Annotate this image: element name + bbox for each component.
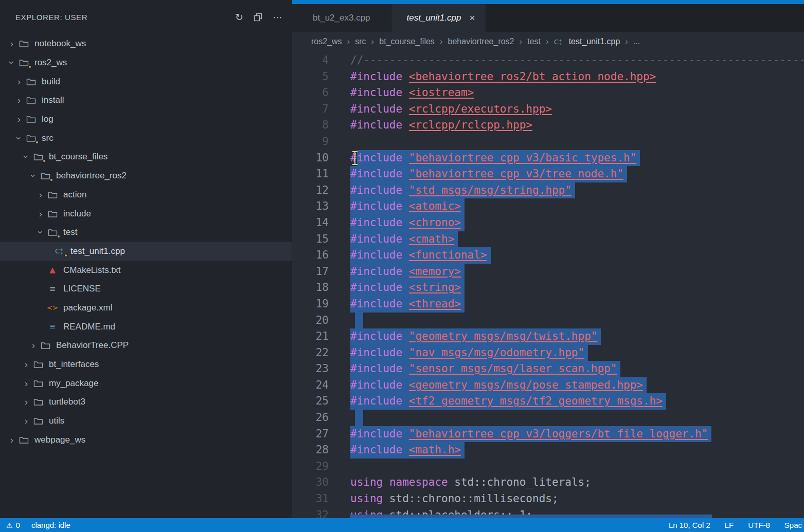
code-line-6[interactable]: 6#include <iostream> bbox=[292, 85, 804, 101]
breadcrumb-item-test[interactable]: test bbox=[527, 37, 541, 46]
cursor-position[interactable]: Ln 10, Col 2 bbox=[669, 521, 710, 529]
line-number[interactable]: 26 bbox=[292, 410, 329, 426]
tree-item-build[interactable]: ›build bbox=[0, 72, 292, 91]
code-line-20[interactable]: 20 bbox=[292, 313, 804, 329]
line-number[interactable]: 11 bbox=[292, 166, 329, 182]
code-line-30[interactable]: 30using namespace std::chrono_literals; bbox=[292, 474, 804, 491]
tree-item-my_package[interactable]: ›my_package bbox=[0, 374, 292, 393]
line-number[interactable]: 20 bbox=[292, 313, 329, 329]
code-line-5[interactable]: 5#include <behaviortree_ros2/bt_action_n… bbox=[292, 69, 804, 85]
line-number[interactable]: 22 bbox=[292, 345, 329, 361]
line-number[interactable]: 5 bbox=[292, 69, 329, 85]
encoding-indicator[interactable]: UTF-8 bbox=[748, 521, 770, 529]
line-number[interactable]: 29 bbox=[292, 458, 329, 475]
code-line-13[interactable]: 13#include <atomic> bbox=[292, 198, 804, 215]
problems-indicator[interactable]: ⚠ 0 bbox=[6, 521, 20, 529]
tree-item-log[interactable]: ›log bbox=[0, 110, 292, 129]
breadcrumb-item-behaviortree_ros2[interactable]: behaviortree_ros2 bbox=[448, 37, 514, 46]
code-line-31[interactable]: 31using std::chrono::milliseconds; bbox=[292, 491, 804, 507]
collapse-folders-icon[interactable] bbox=[254, 13, 262, 22]
tree-item-bt_course_files[interactable]: ›bt_course_files bbox=[0, 148, 292, 167]
tree-item-test_unit1.cpp[interactable]: ›C++test_unit1.cpp bbox=[0, 242, 292, 261]
line-number[interactable]: 15 bbox=[292, 231, 329, 248]
tree-item-README.md[interactable]: ›≡README.md bbox=[0, 317, 292, 336]
tab-bt_u2_ex3.cpp[interactable]: bt_u2_ex3.cpp bbox=[292, 4, 391, 32]
tree-item-CMakeLists.txt[interactable]: ›▲CMakeLists.txt bbox=[0, 261, 292, 280]
line-number[interactable]: 9 bbox=[292, 134, 329, 150]
tree-item-BehaviorTree.CPP[interactable]: ›BehaviorTree.CPP bbox=[0, 336, 292, 355]
line-number[interactable]: 24 bbox=[292, 377, 329, 394]
line-number[interactable]: 19 bbox=[292, 296, 329, 313]
tab-test_unit1.cpp[interactable]: test_unit1.cpp× bbox=[391, 4, 486, 32]
more-actions-icon[interactable]: ⋯ bbox=[273, 11, 282, 23]
code-line-14[interactable]: 14#include <chrono> bbox=[292, 215, 804, 231]
tree-item-src[interactable]: ›src bbox=[0, 129, 292, 148]
code-line-24[interactable]: 24#include <geometry_msgs/msg/pose_stamp… bbox=[292, 377, 804, 394]
tree-item-webpage_ws[interactable]: ›webpage_ws bbox=[0, 430, 292, 449]
line-number[interactable]: 31 bbox=[292, 491, 329, 507]
line-number[interactable]: 17 bbox=[292, 264, 329, 280]
code-editor[interactable]: 4//-------------------------------------… bbox=[292, 51, 804, 518]
breadcrumb-item-ros2_ws[interactable]: ros2_ws bbox=[311, 37, 342, 46]
code-line-8[interactable]: 8#include <rclcpp/rclcpp.hpp> bbox=[292, 117, 804, 134]
line-number[interactable]: 32 bbox=[292, 507, 329, 518]
code-line-27[interactable]: 27#include "behaviortree_cpp_v3/loggers/… bbox=[292, 426, 804, 443]
tree-item-utils[interactable]: ›utils bbox=[0, 412, 292, 431]
tree-item-include[interactable]: ›include bbox=[0, 204, 292, 223]
code-line-7[interactable]: 7#include <rclcpp/executors.hpp> bbox=[292, 101, 804, 118]
code-line-25[interactable]: 25#include <tf2_geometry_msgs/tf2_geomet… bbox=[292, 393, 804, 410]
code-line-9[interactable]: 9 bbox=[292, 134, 804, 150]
line-number[interactable]: 6 bbox=[292, 85, 329, 101]
tree-item-test[interactable]: ›test bbox=[0, 223, 292, 242]
line-number[interactable]: 16 bbox=[292, 247, 329, 264]
code-line-29[interactable]: 29 bbox=[292, 458, 804, 475]
line-number[interactable]: 25 bbox=[292, 393, 329, 410]
line-number[interactable]: 23 bbox=[292, 361, 329, 377]
line-number[interactable]: 21 bbox=[292, 328, 329, 345]
code-line-23[interactable]: 23#include "sensor_msgs/msg/laser_scan.h… bbox=[292, 361, 804, 377]
code-line-11[interactable]: 11#include "behaviortree_cpp_v3/tree_nod… bbox=[292, 166, 804, 182]
line-number[interactable]: 18 bbox=[292, 280, 329, 296]
tree-item-behaviortree_ros2[interactable]: ›behaviortree_ros2 bbox=[0, 167, 292, 186]
close-icon[interactable]: × bbox=[469, 12, 475, 24]
breadcrumb-item-bt_course_files[interactable]: bt_course_files bbox=[379, 37, 435, 46]
code-line-28[interactable]: 28#include <math.h> bbox=[292, 442, 804, 458]
line-number[interactable]: 12 bbox=[292, 182, 329, 199]
line-number[interactable]: 13 bbox=[292, 198, 329, 215]
code-line-18[interactable]: 18#include <string> bbox=[292, 280, 804, 296]
line-text: #include "nav_msgs/msg/odometry.hpp" bbox=[329, 345, 804, 361]
refresh-icon[interactable]: ↻ bbox=[235, 11, 243, 23]
indentation-indicator[interactable]: Spac bbox=[784, 521, 802, 529]
code-line-17[interactable]: 17#include <memory> bbox=[292, 264, 804, 280]
line-number[interactable]: 28 bbox=[292, 442, 329, 458]
code-line-26[interactable]: 26 bbox=[292, 410, 804, 426]
tree-item-install[interactable]: ›install bbox=[0, 91, 292, 110]
clangd-status[interactable]: clangd: idle bbox=[31, 521, 70, 529]
breadcrumb-more[interactable]: ... bbox=[633, 37, 640, 46]
tree-item-turtlebot3[interactable]: ›turtlebot3 bbox=[0, 393, 292, 412]
code-line-15[interactable]: 15#include <cmath> bbox=[292, 231, 804, 248]
breadcrumb-item-src[interactable]: src bbox=[355, 37, 366, 46]
line-number[interactable]: 10 bbox=[292, 150, 329, 167]
line-number[interactable]: 8 bbox=[292, 117, 329, 134]
code-line-12[interactable]: 12#include "std_msgs/msg/string.hpp" bbox=[292, 182, 804, 199]
eol-indicator[interactable]: LF bbox=[725, 521, 734, 529]
line-number[interactable]: 30 bbox=[292, 474, 329, 491]
tree-item-LICENSE[interactable]: ›≡LICENSE bbox=[0, 280, 292, 299]
tree-item-package.xml[interactable]: ›<>package.xml bbox=[0, 299, 292, 318]
code-line-21[interactable]: 21#include "geometry_msgs/msg/twist.hpp" bbox=[292, 328, 804, 345]
tree-item-notebook_ws[interactable]: ›notebook_ws bbox=[0, 34, 292, 53]
code-line-22[interactable]: 22#include "nav_msgs/msg/odometry.hpp" bbox=[292, 345, 804, 361]
line-number[interactable]: 7 bbox=[292, 101, 329, 118]
line-number[interactable]: 27 bbox=[292, 426, 329, 443]
tree-item-action[interactable]: ›action bbox=[0, 186, 292, 205]
tree-item-bt_interfaces[interactable]: ›bt_interfaces bbox=[0, 355, 292, 374]
code-line-4[interactable]: 4//-------------------------------------… bbox=[292, 52, 804, 69]
code-line-16[interactable]: 16#include <functional> bbox=[292, 247, 804, 264]
line-number[interactable]: 14 bbox=[292, 215, 329, 231]
code-line-19[interactable]: 19#include <thread> bbox=[292, 296, 804, 313]
code-line-10[interactable]: 10#include "behaviortree_cpp_v3/basic_ty… bbox=[292, 150, 804, 167]
breadcrumb-item-test_unit1.cpp[interactable]: test_unit1.cpp bbox=[569, 37, 620, 46]
tree-item-ros2_ws[interactable]: ›ros2_ws bbox=[0, 53, 292, 72]
line-number[interactable]: 4 bbox=[292, 52, 329, 69]
